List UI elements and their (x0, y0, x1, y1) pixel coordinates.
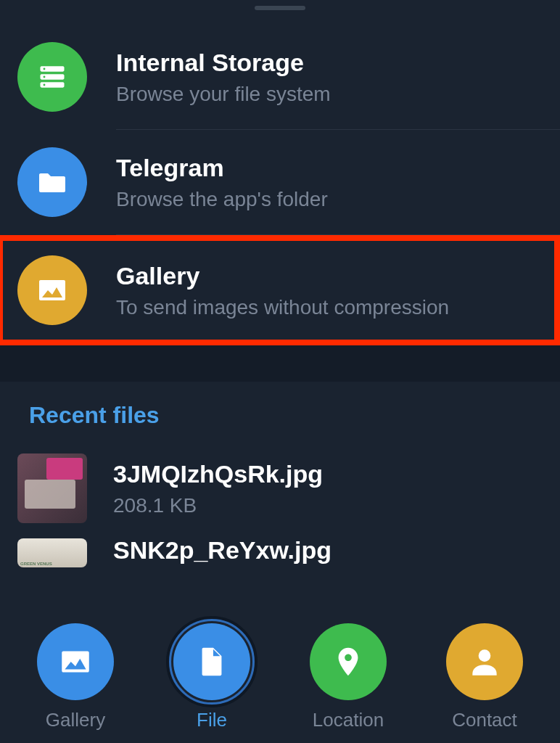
nav-label: Contact (452, 709, 517, 731)
nav-gallery-button[interactable]: Gallery (17, 623, 133, 731)
storage-icon (17, 42, 87, 112)
file-name: SNK2p_ReYxw.jpg (113, 536, 543, 565)
nav-location-button[interactable]: Location (290, 623, 406, 731)
thumbnail-label: GREEN VENUS (20, 562, 52, 566)
file-icon (173, 623, 250, 700)
file-item[interactable]: GREEN VENUS SNK2p_ReYxw.jpg (0, 535, 560, 571)
file-item[interactable]: 3JMQIzhQsRk.jpg 208.1 KB (0, 442, 560, 535)
nav-label: Location (313, 709, 384, 731)
folder-icon (17, 147, 87, 217)
storage-item-subtitle: Browse your file system (116, 83, 543, 106)
file-thumbnail: GREEN VENUS (17, 538, 87, 567)
image-icon (37, 623, 114, 700)
svg-point-5 (44, 84, 46, 86)
image-icon (17, 255, 87, 325)
drag-handle[interactable] (255, 6, 305, 10)
file-thumbnail (17, 453, 87, 523)
nav-label: File (197, 709, 227, 731)
storage-item-title: Internal Storage (116, 49, 543, 77)
attachment-nav: Gallery File Location Contact (0, 609, 560, 743)
section-gap (0, 345, 560, 382)
file-name: 3JMQIzhQsRk.jpg (113, 460, 543, 488)
storage-item-title: Telegram (116, 154, 543, 182)
recent-files-header: Recent files (0, 382, 560, 442)
nav-contact-button[interactable]: Contact (427, 623, 543, 731)
nav-file-button[interactable]: File (154, 623, 270, 731)
nav-label: Gallery (46, 709, 105, 731)
file-size: 208.1 KB (113, 494, 543, 517)
person-icon (446, 623, 523, 700)
storage-item-subtitle: To send images without compression (116, 296, 540, 319)
storage-item-subtitle: Browse the app's folder (116, 188, 543, 211)
storage-item-gallery[interactable]: Gallery To send images without compressi… (0, 235, 560, 345)
storage-sources-list: Internal Storage Browse your file system… (0, 25, 560, 345)
svg-point-3 (44, 68, 46, 70)
storage-item-telegram[interactable]: Telegram Browse the app's folder (0, 130, 560, 234)
svg-point-6 (479, 649, 491, 662)
storage-item-internal[interactable]: Internal Storage Browse your file system (0, 25, 560, 129)
pin-icon (310, 623, 387, 700)
svg-point-4 (44, 76, 46, 78)
storage-item-title: Gallery (116, 262, 540, 290)
